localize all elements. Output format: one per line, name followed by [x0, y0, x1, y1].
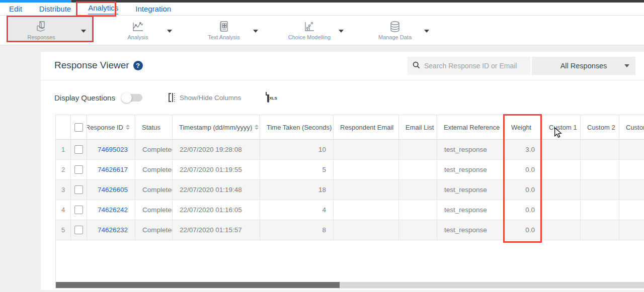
nav-item-analytics[interactable]: Analytics [88, 3, 118, 15]
show-hide-columns-button[interactable]: Show/Hide Columns [169, 93, 241, 102]
toolbar-label: Manage Data [378, 34, 412, 40]
custom2-cell [581, 220, 619, 240]
col-header-external-reference: External Reference [437, 115, 505, 139]
help-icon[interactable]: ? [133, 61, 143, 70]
toolbar-item-responses[interactable]: Responses [9, 18, 92, 43]
sort-icon[interactable] [255, 125, 259, 130]
chevron-down-icon[interactable] [253, 30, 258, 33]
chevron-down-icon[interactable] [339, 30, 344, 33]
nav-item-edit[interactable]: Edit [9, 4, 22, 14]
respondent-email-cell [334, 140, 399, 159]
chevron-down-icon[interactable] [167, 30, 172, 33]
col-header-email-list: Email List [399, 115, 437, 139]
row-select-cell [71, 200, 87, 220]
toggle-knob[interactable] [121, 92, 132, 103]
respondent-email-cell [334, 200, 399, 220]
table-row: 3 74626605 Completed 22/07/2020 01:19:48… [56, 180, 644, 200]
time-taken-cell: 5 [260, 160, 334, 179]
responses-table: Response ID Status Timestamp (dd/mm/yyyy… [55, 115, 644, 288]
table-empty-area [56, 240, 644, 283]
email-list-cell [399, 200, 437, 220]
custom2-cell [581, 160, 619, 179]
response-id-cell: 74626617 [87, 160, 135, 179]
col-header-custom1: Custom 1 [542, 115, 581, 139]
custom3-cell [619, 180, 644, 200]
chevron-down-icon [624, 64, 629, 67]
row-checkbox[interactable] [74, 185, 83, 194]
respondent-email-cell [334, 180, 399, 200]
row-checkbox[interactable] [74, 145, 83, 154]
custom3-cell [619, 200, 644, 220]
page-title-text: Response Viewer [54, 60, 129, 71]
search-input[interactable] [424, 62, 520, 70]
email-list-cell [399, 160, 437, 179]
col-header-respondent-email: Respondent Email [334, 115, 399, 139]
chevron-down-icon[interactable] [81, 30, 86, 33]
top-nav: Edit Distribute Analytics Integration [0, 3, 644, 16]
row-select-cell [71, 180, 87, 200]
row-checkbox[interactable] [74, 226, 83, 234]
toolbar-item-choice-modelling[interactable]: Choice Modelling [269, 18, 350, 43]
row-checkbox[interactable] [74, 206, 83, 214]
text-analysis-icon [218, 21, 230, 33]
timestamp-cell: 22/07/2020 01:16:05 [173, 200, 260, 220]
custom1-cell [542, 180, 581, 200]
toolbar-item-text-analysis[interactable]: Text Analysis [184, 18, 264, 43]
table-body: 1 74695023 Completed 22/07/2020 19:28:08… [56, 140, 644, 240]
row-select-cell [71, 220, 87, 240]
custom2-cell [581, 180, 619, 200]
toolbar-item-manage-data[interactable]: Manage Data [355, 18, 435, 43]
respondent-email-cell [334, 160, 399, 179]
response-id-link[interactable]: 74626617 [98, 166, 128, 173]
card-header: Response Viewer ? All Responses [41, 52, 644, 80]
weight-cell: 0.0 [505, 180, 542, 200]
table-row: 5 74626232 Completed 22/07/2020 01:15:57… [56, 220, 644, 240]
response-id-link[interactable]: 74626242 [98, 206, 128, 214]
time-taken-cell: 18 [260, 180, 334, 200]
timestamp-cell: 22/07/2020 01:19:48 [173, 180, 260, 200]
response-id-link[interactable]: 74626605 [98, 186, 128, 193]
custom1-cell [542, 200, 581, 220]
sort-icon[interactable] [126, 125, 130, 130]
table-header-row: Response ID Status Timestamp (dd/mm/yyyy… [56, 115, 644, 140]
response-id-cell: 74626605 [87, 180, 135, 200]
custom2-cell [581, 200, 619, 220]
search-icon [413, 61, 420, 71]
select-all-checkbox[interactable] [74, 123, 83, 132]
row-number: 1 [56, 140, 71, 159]
weight-cell: 3.0 [505, 140, 542, 159]
table-row: 2 74626617 Completed 22/07/2020 01:19:55… [56, 160, 644, 180]
custom3-cell [619, 160, 644, 179]
timestamp-cell: 22/07/2020 19:28:08 [173, 140, 260, 159]
weight-cell: 0.0 [505, 200, 542, 220]
response-id-link[interactable]: 74695023 [98, 146, 128, 153]
nav-item-distribute[interactable]: Distribute [39, 4, 71, 14]
email-list-cell [399, 140, 437, 159]
row-checkbox[interactable] [74, 165, 83, 174]
toolbar-item-analysis[interactable]: Analysis [98, 18, 178, 43]
col-header-custom3: Custom 3 [619, 115, 644, 139]
col-header-response-id[interactable]: Response ID [87, 115, 135, 139]
custom1-cell [542, 140, 581, 159]
col-header-status: Status [135, 115, 173, 139]
col-header-time-taken[interactable]: Time Taken (Seconds) [260, 115, 334, 139]
email-list-cell [399, 180, 437, 200]
scrollbar-thumb[interactable] [56, 282, 340, 288]
response-id-link[interactable]: 74626232 [98, 226, 128, 234]
custom1-cell [542, 160, 581, 179]
responses-filter-dropdown[interactable]: All Responses [532, 57, 635, 75]
analysis-icon [131, 21, 144, 33]
status-cell: Completed [135, 180, 173, 200]
status-cell: Completed [135, 160, 173, 179]
nav-item-integration[interactable]: Integration [135, 4, 171, 14]
external-reference-cell: test_response [437, 200, 505, 220]
col-header-timestamp[interactable]: Timestamp (dd/mm/yyyy) [173, 115, 260, 139]
analytics-toolbar: Responses Analysis [0, 16, 644, 45]
display-questions-toggle[interactable] [122, 94, 142, 102]
chevron-down-icon[interactable] [424, 30, 429, 33]
response-id-cell: 74626242 [87, 200, 135, 220]
export-xls-button[interactable]: XLS [267, 93, 269, 102]
custom3-cell [619, 140, 644, 159]
respondent-email-cell [334, 220, 399, 240]
horizontal-scrollbar[interactable] [56, 282, 644, 288]
